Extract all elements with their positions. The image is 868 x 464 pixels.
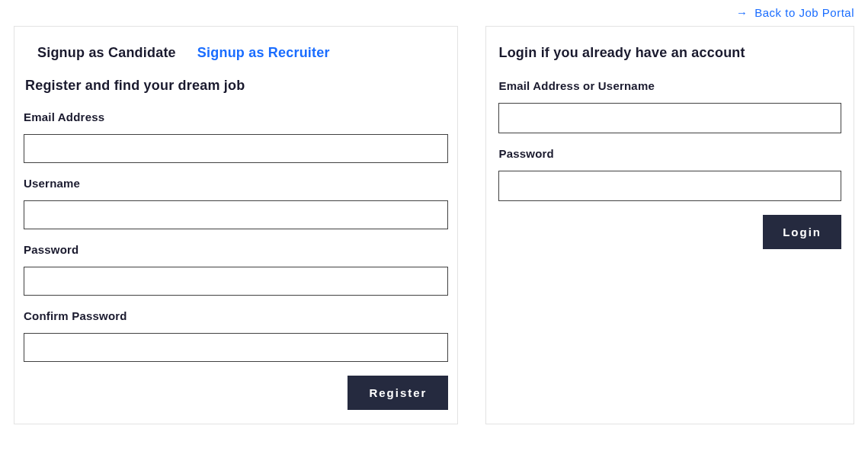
form-group-login-password: Password (498, 147, 841, 201)
signup-tabs: Signup as Candidate Signup as Recruiter (24, 45, 448, 61)
form-group-password: Password (24, 243, 448, 296)
back-link-text: Back to Job Portal (754, 6, 854, 19)
username-input[interactable] (24, 200, 448, 229)
login-heading: Login if you already have an account (498, 45, 841, 61)
login-button-row: Login (498, 215, 841, 249)
signup-panel: Signup as Candidate Signup as Recruiter … (14, 26, 458, 424)
tab-signup-candidate[interactable]: Signup as Candidate (37, 45, 176, 61)
login-email-input[interactable] (498, 103, 841, 133)
signup-subheading: Register and find your dream job (24, 78, 448, 94)
form-group-username: Username (24, 177, 448, 229)
main-container: Signup as Candidate Signup as Recruiter … (0, 0, 868, 424)
login-button[interactable]: Login (763, 215, 841, 249)
back-to-portal-link[interactable]: → Back to Job Portal (736, 6, 854, 19)
login-password-label: Password (498, 147, 841, 160)
password-label: Password (24, 243, 448, 256)
form-group-email: Email Address (24, 110, 448, 163)
login-email-label: Email Address or Username (498, 79, 841, 92)
arrow-right-icon: → (736, 6, 748, 19)
register-button[interactable]: Register (348, 376, 448, 410)
email-label: Email Address (24, 110, 448, 123)
login-panel: Login if you already have an account Ema… (485, 26, 854, 424)
confirm-password-input[interactable] (24, 333, 448, 362)
login-password-input[interactable] (498, 171, 841, 201)
register-button-row: Register (24, 376, 448, 410)
form-group-login-email: Email Address or Username (498, 79, 841, 133)
password-input[interactable] (24, 267, 448, 296)
tab-signup-recruiter[interactable]: Signup as Recruiter (197, 45, 330, 61)
confirm-password-label: Confirm Password (24, 309, 448, 322)
username-label: Username (24, 177, 448, 190)
email-input[interactable] (24, 134, 448, 163)
form-group-confirm-password: Confirm Password (24, 309, 448, 362)
